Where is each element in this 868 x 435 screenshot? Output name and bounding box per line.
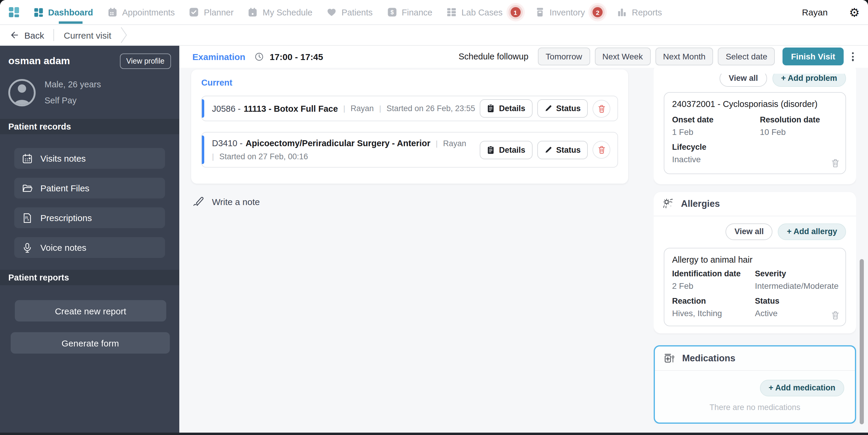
- patient-summary-column: View all + Add problem 240372001 - Cyclo…: [654, 67, 856, 424]
- allergy-title: Allergy to animal hair: [672, 255, 838, 264]
- clipboard-icon: [487, 145, 495, 154]
- procedure-status-button[interactable]: Status: [537, 141, 588, 159]
- separator: |: [436, 139, 438, 148]
- identification-date-value: 2 Feb: [672, 281, 755, 290]
- allergies-panel: Allergies View all + Add allergy Allergy…: [654, 192, 856, 333]
- nav-item-reports[interactable]: Reports: [617, 7, 662, 17]
- calendar-icon: [107, 7, 118, 17]
- window-bottom-edge: [0, 433, 868, 435]
- sidebar-item-visits-notes[interactable]: Visits notes: [14, 148, 165, 169]
- back-label: Back: [24, 30, 44, 40]
- patient-demographics: Male, 26 years: [44, 77, 101, 93]
- reaction-value: Hives, Itching: [672, 308, 755, 318]
- finish-visit-button[interactable]: Finish Visit: [783, 48, 844, 66]
- settings-gear-icon[interactable]: ⚙: [849, 6, 860, 18]
- current-section-label: Current: [201, 78, 618, 87]
- svg-text:$: $: [390, 9, 394, 16]
- back-button[interactable]: Back: [9, 30, 44, 40]
- sidebar-item-patient-files[interactable]: Patient Files: [14, 178, 165, 199]
- patient-records-menu: Visits notes Patient Files Rx Prescripti…: [0, 134, 179, 258]
- nav-item-my-schedule[interactable]: My Schedule: [248, 7, 313, 17]
- procedure-started: Started on 27 Feb, 00:16: [219, 152, 308, 161]
- arrow-left-icon: [9, 30, 19, 40]
- visit-header: Examination 17:00 - 17:45 Schedule follo…: [179, 46, 868, 67]
- dashboard-icon: [34, 7, 43, 17]
- allergies-title: Allergies: [681, 198, 720, 209]
- nav-item-inventory[interactable]: Inventory 2: [535, 7, 602, 17]
- separator: |: [379, 104, 381, 113]
- procedure-name: 11113 - Botox Full Face: [244, 104, 338, 113]
- write-note-placeholder: Write a note: [212, 197, 260, 207]
- bar-chart-icon: [617, 7, 627, 17]
- lifecycle-label: Lifecycle: [672, 142, 838, 151]
- sidebar-item-prescriptions[interactable]: Rx Prescriptions: [14, 207, 165, 228]
- svg-text:x: x: [27, 218, 29, 221]
- generate-form-button[interactable]: Generate form: [11, 332, 170, 354]
- followup-next-month-button[interactable]: Next Month: [655, 48, 713, 66]
- allergy-delete-button[interactable]: [831, 311, 839, 319]
- procedure-details-button[interactable]: Details: [480, 99, 532, 118]
- status-label: Status: [556, 145, 581, 154]
- procedure-code: J0586 -: [212, 104, 241, 113]
- nav-item-dashboard[interactable]: Dashboard: [34, 7, 93, 17]
- breadcrumb-current[interactable]: Current visit: [64, 30, 111, 40]
- procedure-details-button[interactable]: Details: [480, 141, 532, 159]
- add-allergy-button[interactable]: + Add allergy: [778, 223, 846, 240]
- procedure-status-button[interactable]: Status: [537, 99, 588, 118]
- problem-delete-button[interactable]: [831, 158, 839, 167]
- nav-label: Dashboard: [48, 7, 93, 17]
- severity-value: Intermediate/Moderate: [755, 281, 838, 290]
- medications-panel: Medications + Add medication There are n…: [654, 345, 856, 424]
- problem-title: 240372001 - Cyclosporiasis (disorder): [672, 99, 838, 109]
- procedure-provider: Rayan: [443, 139, 466, 148]
- followup-select-date-button[interactable]: Select date: [718, 48, 775, 66]
- followup-tomorrow-button[interactable]: Tomorrow: [538, 48, 590, 66]
- breadcrumb-divider: [54, 29, 54, 41]
- nav-label: Inventory: [550, 7, 585, 17]
- sidebar-item-label: Voice notes: [40, 242, 86, 253]
- procedure-delete-button[interactable]: [592, 141, 610, 159]
- lifecycle-value: Inactive: [672, 154, 838, 164]
- sidebar-item-voice-notes[interactable]: Voice notes: [14, 237, 165, 258]
- procedure-provider: Rayan: [350, 104, 374, 113]
- vertical-scrollbar[interactable]: [860, 259, 864, 424]
- procedure-code: D3410 -: [212, 139, 243, 148]
- nav-label: Appointments: [122, 7, 175, 17]
- clock-icon: [255, 52, 264, 61]
- nav-item-appointments[interactable]: Appointments: [107, 7, 175, 17]
- rx-document-icon: Rx: [22, 212, 33, 223]
- nav-label: Reports: [632, 7, 662, 17]
- heart-icon: [327, 7, 337, 17]
- current-user-name: Rayan: [802, 7, 828, 17]
- more-options-kebab-icon[interactable]: [848, 50, 857, 63]
- view-profile-button[interactable]: View profile: [120, 54, 171, 69]
- pen-icon: [193, 196, 204, 207]
- nav-item-patients[interactable]: Patients: [327, 7, 373, 17]
- visit-stage-label: Examination: [192, 52, 245, 62]
- nav-item-planner[interactable]: Planner: [189, 7, 234, 17]
- patient-avatar: [8, 79, 36, 106]
- trash-icon: [831, 158, 839, 167]
- allergy-card: Allergy to animal hair Identification da…: [664, 248, 846, 326]
- folder-open-icon: [22, 183, 33, 194]
- nav-item-lab-cases[interactable]: Lab Cases 1: [446, 7, 520, 17]
- nav-item-finance[interactable]: $ Finance: [387, 7, 432, 17]
- write-note-input[interactable]: Write a note: [193, 196, 260, 207]
- procedure-card: J0586 - 11113 - Botox Full Face | Rayan …: [201, 96, 618, 121]
- patient-records-heading: Patient records: [0, 119, 179, 134]
- followup-next-week-button[interactable]: Next Week: [595, 48, 650, 66]
- add-medication-button[interactable]: + Add medication: [760, 379, 844, 396]
- top-nav: Dashboard Appointments Planner My Schedu…: [0, 0, 868, 25]
- allergies-view-all-button[interactable]: View all: [725, 223, 773, 240]
- procedure-delete-button[interactable]: [592, 99, 610, 117]
- problems-panel: View all + Add problem 240372001 - Cyclo…: [654, 67, 856, 184]
- patient-name: osman adam: [8, 55, 70, 67]
- create-new-report-button[interactable]: Create new report: [15, 300, 166, 321]
- resolution-date-label: Resolution date: [760, 115, 838, 124]
- medication-bottle-icon: [664, 352, 676, 364]
- lab-cases-badge: 1: [510, 7, 520, 17]
- app-window: Dashboard Appointments Planner My Schedu…: [0, 0, 868, 435]
- details-label: Details: [499, 104, 525, 113]
- patient-reports-heading: Patient reports: [0, 270, 179, 285]
- sidebar-item-label: Visits notes: [40, 153, 86, 164]
